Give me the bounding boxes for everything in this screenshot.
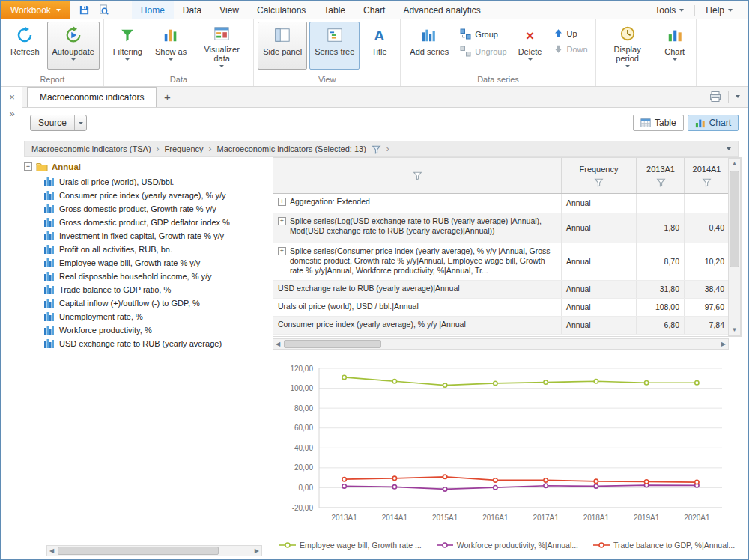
- tab-options-dropdown[interactable]: [736, 95, 740, 98]
- group-button[interactable]: Group: [456, 27, 510, 41]
- workbook-menu-button[interactable]: Workbook: [1, 1, 70, 19]
- row-value-2013[interactable]: 31,80: [637, 281, 685, 298]
- table-vertical-scrollbar[interactable]: ▲ ▼: [728, 158, 741, 336]
- table-row[interactable]: Consumer price index (yearly average), %…: [273, 317, 741, 335]
- breadcrumb-filter-button[interactable]: [372, 144, 381, 154]
- expand-panel-icon[interactable]: »: [9, 109, 14, 118]
- tree-folder-annual[interactable]: − Annual: [24, 160, 270, 175]
- column-header-2014A1[interactable]: 2014A1: [685, 158, 730, 193]
- breadcrumb-item-indicators[interactable]: Macroeconomic indicators (Selected: 13): [217, 144, 366, 153]
- row-value-2013[interactable]: [637, 194, 685, 213]
- column-header-frequency[interactable]: Frequency: [562, 158, 637, 193]
- visualizer-data-button[interactable]: Visualizer data: [194, 22, 249, 70]
- scroll-left-icon[interactable]: ◀: [47, 546, 56, 556]
- table-row[interactable]: +Splice series(Log(USD exchange rate to …: [273, 213, 741, 243]
- row-value-2013[interactable]: 6,80: [637, 317, 685, 334]
- table-row[interactable]: Urals oil price (world), USD / bbl.|Annu…: [273, 299, 741, 317]
- table-view-button[interactable]: Table: [633, 115, 684, 131]
- expand-icon[interactable]: +: [278, 247, 286, 255]
- breadcrumb-dropdown[interactable]: [727, 147, 731, 150]
- menu-tab-data[interactable]: Data: [174, 1, 210, 19]
- row-value-2014[interactable]: 10,20: [685, 243, 730, 280]
- table-horizontal-scrollbar[interactable]: ◀ ▶: [273, 338, 729, 350]
- tree-item[interactable]: Unemployment rate, %: [24, 310, 270, 323]
- menu-tab-table[interactable]: Table: [315, 1, 354, 19]
- add-tab-button[interactable]: +: [157, 87, 178, 107]
- row-value-2014[interactable]: 38,40: [685, 281, 730, 298]
- expand-icon[interactable]: +: [278, 217, 286, 225]
- table-row[interactable]: USD exchange rate to RUB (yearly average…: [273, 281, 741, 299]
- scroll-left-icon[interactable]: ◀: [273, 339, 282, 350]
- row-value-2013[interactable]: 108,00: [637, 299, 685, 316]
- row-value-2014[interactable]: 0,40: [685, 213, 730, 243]
- scrollbar-thumb[interactable]: [58, 547, 219, 555]
- side-panel-button[interactable]: Side panel: [258, 22, 307, 70]
- scrollbar-thumb[interactable]: [284, 340, 381, 348]
- tab-macroeconomic-indicators[interactable]: Macroeconomic indicators: [27, 87, 157, 107]
- scrollbar-track[interactable]: [729, 169, 740, 325]
- scrollbar-track[interactable]: [282, 339, 719, 349]
- menu-tab-home[interactable]: Home: [132, 1, 174, 19]
- menu-tab-calculations[interactable]: Calculations: [248, 1, 315, 19]
- tree-item[interactable]: Trade balance to GDP ratio, %: [24, 283, 270, 296]
- tree-item[interactable]: Investment in fixed capital, Growth rate…: [24, 229, 270, 243]
- legend-item[interactable]: Trade balance to GDP, %|Annual...: [593, 541, 735, 550]
- scrollbar-track[interactable]: [56, 546, 252, 556]
- refresh-button[interactable]: Refresh: [5, 22, 45, 70]
- tools-menu[interactable]: Tools: [646, 1, 693, 19]
- tree-item[interactable]: Urals oil price (world), USD/bbl.: [24, 175, 270, 189]
- filter-funnel-icon[interactable]: [656, 177, 666, 187]
- menu-tab-advanced-analytics[interactable]: Advanced analytics: [394, 1, 489, 19]
- chart-ribbon-button[interactable]: Chart: [658, 22, 692, 70]
- tree-item[interactable]: Gross domestic product, Growth rate % y/…: [24, 202, 270, 216]
- row-value-2014[interactable]: 7,84: [685, 317, 730, 334]
- table-row[interactable]: +Splice series(Consumer price index (yea…: [273, 243, 741, 281]
- tree-horizontal-scrollbar[interactable]: ◀ ▶: [46, 545, 262, 556]
- tree-item[interactable]: Gross domestic product, GDP deflator ind…: [24, 216, 270, 229]
- row-value-2014[interactable]: 97,60: [685, 299, 730, 316]
- add-series-button[interactable]: Add series: [404, 22, 454, 70]
- breadcrumb-item-frequency[interactable]: Frequency: [165, 144, 204, 153]
- tree-item[interactable]: Consumer price index (yearly average), %…: [24, 189, 270, 202]
- breadcrumb-item-dataset[interactable]: Macroeconomic indicators (TSA): [31, 144, 151, 153]
- series-tree-button[interactable]: Series tree: [309, 22, 360, 70]
- tree-item[interactable]: Employee wage bill, Growth rate % y/y: [24, 256, 270, 270]
- help-menu[interactable]: Help: [697, 1, 742, 19]
- title-button[interactable]: A Title: [362, 22, 396, 70]
- save-button[interactable]: [77, 3, 91, 17]
- display-period-button[interactable]: Display period: [600, 22, 655, 70]
- row-value-2013[interactable]: 8,70: [637, 243, 685, 280]
- filter-funnel-icon[interactable]: [702, 177, 712, 187]
- scroll-right-icon[interactable]: ▶: [719, 339, 728, 350]
- show-as-button[interactable]: Show as: [150, 22, 192, 70]
- column-header-name[interactable]: [273, 158, 562, 193]
- source-dropdown[interactable]: [74, 115, 86, 130]
- close-panel-icon[interactable]: ×: [9, 92, 15, 102]
- delete-button[interactable]: × Delete: [513, 22, 548, 70]
- down-button[interactable]: Down: [550, 43, 592, 55]
- tree-item[interactable]: Capital inflow (+)/outflow (-) to GDP, %: [24, 296, 270, 310]
- legend-item[interactable]: Employee wage bill, Growth rate ...: [279, 541, 422, 550]
- tree-item[interactable]: Profit on all activities, RUB, bn.: [24, 243, 270, 256]
- autoupdate-button[interactable]: Autoupdate: [47, 22, 100, 70]
- tree-item[interactable]: Real disposable household income, % y/y: [24, 270, 270, 283]
- menu-tab-chart[interactable]: Chart: [354, 1, 394, 19]
- tree-item[interactable]: Workforce productivity, %: [24, 323, 270, 337]
- menu-tab-view[interactable]: View: [210, 1, 248, 19]
- source-button[interactable]: Source: [30, 115, 87, 131]
- print-preview-button[interactable]: [97, 3, 111, 17]
- scroll-right-icon[interactable]: ▶: [252, 546, 261, 556]
- collapse-icon[interactable]: −: [24, 162, 32, 171]
- legend-item[interactable]: Workforce productivity, %|Annual...: [437, 541, 578, 550]
- ungroup-button[interactable]: Ungroup: [456, 44, 510, 58]
- chart-view-button[interactable]: Chart: [688, 115, 739, 131]
- row-value-2013[interactable]: 1,80: [637, 213, 685, 243]
- up-button[interactable]: Up: [550, 27, 592, 40]
- row-value-2014[interactable]: [685, 194, 730, 213]
- filter-funnel-icon[interactable]: [594, 177, 604, 187]
- scroll-down-icon[interactable]: ▼: [730, 325, 740, 335]
- tree-item[interactable]: USD exchange rate to RUB (yearly average…: [24, 337, 270, 350]
- filtering-button[interactable]: Filtering: [108, 22, 148, 70]
- filter-funnel-icon[interactable]: [413, 171, 422, 180]
- column-header-2013A1[interactable]: 2013A1: [637, 158, 685, 193]
